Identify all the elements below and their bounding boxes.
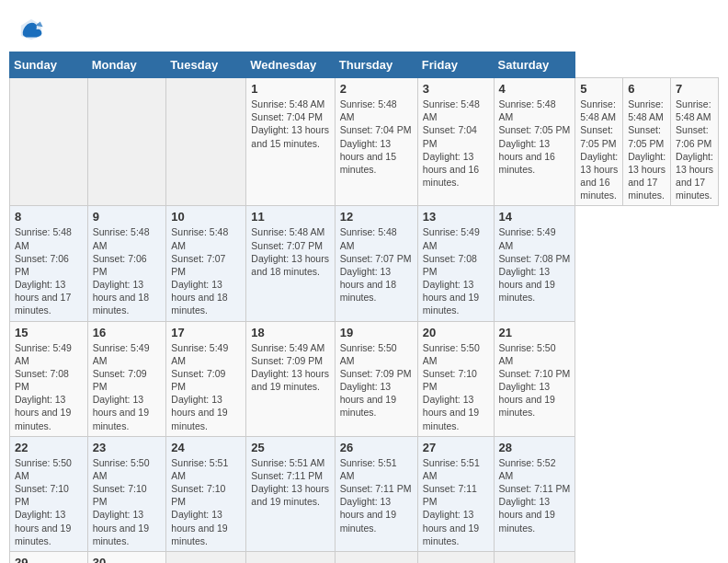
calendar-table: SundayMondayTuesdayWednesdayThursdayFrid…: [9, 52, 719, 563]
day-number: 24: [171, 441, 241, 454]
day-number: 25: [251, 441, 329, 454]
day-number: 29: [15, 556, 83, 563]
day-info: Sunrise: 5:49 AM Sunset: 7:08 PM Dayligh…: [423, 225, 489, 316]
logo-icon: [18, 17, 44, 42]
calendar-cell: 12 Sunrise: 5:48 AM Sunset: 7:07 PM Dayl…: [335, 206, 417, 321]
calendar-cell: 18 Sunrise: 5:49 AM Sunset: 7:09 PM Dayl…: [246, 321, 335, 436]
day-number: 3: [423, 82, 489, 96]
calendar-cell: 30 Sunrise: 5:52 AM Sunset: 7:11 PM Dayl…: [87, 551, 166, 563]
calendar-cell: 20 Sunrise: 5:50 AM Sunset: 7:10 PM Dayl…: [417, 321, 494, 436]
day-info: Sunrise: 5:48 AM Sunset: 7:06 PM Dayligh…: [93, 225, 162, 316]
calendar-cell: [87, 78, 166, 206]
day-info: Sunrise: 5:48 AM Sunset: 7:07 PM Dayligh…: [251, 225, 329, 278]
day-info: Sunrise: 5:50 AM Sunset: 7:10 PM Dayligh…: [499, 341, 571, 419]
day-number: 1: [251, 82, 329, 96]
calendar-cell: 11 Sunrise: 5:48 AM Sunset: 7:07 PM Dayl…: [246, 206, 335, 321]
day-info: Sunrise: 5:48 AM Sunset: 7:04 PM Dayligh…: [423, 98, 489, 189]
day-info: Sunrise: 5:48 AM Sunset: 7:04 PM Dayligh…: [251, 98, 329, 150]
calendar-cell: 6 Sunrise: 5:48 AM Sunset: 7:05 PM Dayli…: [623, 78, 671, 206]
day-info: Sunrise: 5:48 AM Sunset: 7:06 PM Dayligh…: [15, 225, 83, 316]
calendar-cell: 14 Sunrise: 5:49 AM Sunset: 7:08 PM Dayl…: [494, 206, 575, 321]
calendar-cell: [246, 551, 335, 563]
calendar-cell: [166, 551, 246, 563]
calendar-cell: 13 Sunrise: 5:49 AM Sunset: 7:08 PM Dayl…: [417, 206, 494, 321]
day-number: 10: [171, 210, 241, 224]
calendar-cell: 2 Sunrise: 5:48 AM Sunset: 7:04 PM Dayli…: [335, 78, 417, 206]
day-info: Sunrise: 5:48 AM Sunset: 7:06 PM Dayligh…: [676, 98, 713, 201]
day-info: Sunrise: 5:50 AM Sunset: 7:09 PM Dayligh…: [340, 341, 413, 419]
calendar-cell: 10 Sunrise: 5:48 AM Sunset: 7:07 PM Dayl…: [166, 206, 246, 321]
day-info: Sunrise: 5:48 AM Sunset: 7:05 PM Dayligh…: [580, 98, 618, 201]
day-number: 7: [676, 82, 713, 96]
calendar-cell: 22 Sunrise: 5:50 AM Sunset: 7:10 PM Dayl…: [10, 436, 88, 551]
calendar-cell: 1 Sunrise: 5:48 AM Sunset: 7:04 PM Dayli…: [246, 78, 335, 206]
day-info: Sunrise: 5:50 AM Sunset: 7:10 PM Dayligh…: [93, 456, 162, 547]
day-number: 2: [340, 82, 413, 96]
header: [9, 9, 719, 46]
day-info: Sunrise: 5:48 AM Sunset: 7:05 PM Dayligh…: [499, 98, 571, 176]
weekday-header-tuesday: Tuesday: [166, 52, 246, 78]
calendar-cell: 15 Sunrise: 5:49 AM Sunset: 7:08 PM Dayl…: [10, 321, 88, 436]
calendar-cell: 3 Sunrise: 5:48 AM Sunset: 7:04 PM Dayli…: [417, 78, 494, 206]
calendar-cell: 24 Sunrise: 5:51 AM Sunset: 7:10 PM Dayl…: [166, 436, 246, 551]
day-number: 23: [93, 441, 162, 454]
calendar-cell: 19 Sunrise: 5:50 AM Sunset: 7:09 PM Dayl…: [335, 321, 417, 436]
logo: [18, 17, 46, 42]
day-info: Sunrise: 5:51 AM Sunset: 7:11 PM Dayligh…: [251, 456, 329, 509]
day-info: Sunrise: 5:49 AM Sunset: 7:09 PM Dayligh…: [171, 341, 241, 432]
day-number: 17: [171, 326, 241, 339]
calendar-cell: 23 Sunrise: 5:50 AM Sunset: 7:10 PM Dayl…: [87, 436, 166, 551]
calendar-cell: 27 Sunrise: 5:51 AM Sunset: 7:11 PM Dayl…: [417, 436, 494, 551]
day-number: 11: [251, 210, 329, 224]
calendar-cell: 9 Sunrise: 5:48 AM Sunset: 7:06 PM Dayli…: [87, 206, 166, 321]
calendar-cell: [335, 551, 417, 563]
weekday-header-saturday: Saturday: [494, 52, 575, 78]
calendar-cell: 17 Sunrise: 5:49 AM Sunset: 7:09 PM Dayl…: [166, 321, 246, 436]
day-info: Sunrise: 5:49 AM Sunset: 7:08 PM Dayligh…: [499, 225, 571, 304]
calendar-cell: 7 Sunrise: 5:48 AM Sunset: 7:06 PM Dayli…: [671, 78, 719, 206]
day-number: 14: [499, 210, 571, 224]
calendar-cell: 21 Sunrise: 5:50 AM Sunset: 7:10 PM Dayl…: [494, 321, 575, 436]
calendar-cell: 5 Sunrise: 5:48 AM Sunset: 7:05 PM Dayli…: [575, 78, 623, 206]
day-info: Sunrise: 5:49 AM Sunset: 7:09 PM Dayligh…: [93, 341, 162, 432]
day-number: 30: [93, 556, 162, 563]
day-number: 18: [251, 326, 329, 339]
day-number: 5: [580, 82, 618, 96]
day-info: Sunrise: 5:51 AM Sunset: 7:10 PM Dayligh…: [171, 456, 241, 547]
calendar-cell: 16 Sunrise: 5:49 AM Sunset: 7:09 PM Dayl…: [87, 321, 166, 436]
day-info: Sunrise: 5:48 AM Sunset: 7:07 PM Dayligh…: [171, 225, 241, 316]
day-number: 26: [340, 441, 413, 454]
calendar-cell: [166, 78, 246, 206]
day-number: 8: [15, 210, 83, 224]
weekday-header-thursday: Thursday: [335, 52, 417, 78]
calendar-cell: 8 Sunrise: 5:48 AM Sunset: 7:06 PM Dayli…: [10, 206, 88, 321]
weekday-header-monday: Monday: [87, 52, 166, 78]
day-info: Sunrise: 5:49 AM Sunset: 7:09 PM Dayligh…: [251, 341, 329, 394]
day-info: Sunrise: 5:49 AM Sunset: 7:08 PM Dayligh…: [15, 341, 83, 432]
day-number: 27: [423, 441, 489, 454]
day-info: Sunrise: 5:48 AM Sunset: 7:05 PM Dayligh…: [628, 98, 665, 201]
weekday-header-wednesday: Wednesday: [246, 52, 335, 78]
day-number: 28: [499, 441, 571, 454]
day-number: 19: [340, 326, 413, 339]
day-number: 9: [93, 210, 162, 224]
calendar-cell: 29 Sunrise: 5:52 AM Sunset: 7:11 PM Dayl…: [10, 551, 88, 563]
day-info: Sunrise: 5:52 AM Sunset: 7:11 PM Dayligh…: [499, 456, 571, 534]
calendar-cell: 26 Sunrise: 5:51 AM Sunset: 7:11 PM Dayl…: [335, 436, 417, 551]
weekday-header-friday: Friday: [417, 52, 494, 78]
calendar-cell: [494, 551, 575, 563]
day-number: 12: [340, 210, 413, 224]
day-info: Sunrise: 5:50 AM Sunset: 7:10 PM Dayligh…: [15, 456, 83, 547]
day-number: 13: [423, 210, 489, 224]
day-number: 22: [15, 441, 83, 454]
calendar-cell: 4 Sunrise: 5:48 AM Sunset: 7:05 PM Dayli…: [494, 78, 575, 206]
day-info: Sunrise: 5:51 AM Sunset: 7:11 PM Dayligh…: [423, 456, 489, 547]
day-number: 16: [93, 326, 162, 339]
calendar-cell: 28 Sunrise: 5:52 AM Sunset: 7:11 PM Dayl…: [494, 436, 575, 551]
day-number: 15: [15, 326, 83, 339]
day-info: Sunrise: 5:51 AM Sunset: 7:11 PM Dayligh…: [340, 456, 413, 534]
day-number: 21: [499, 326, 571, 339]
day-info: Sunrise: 5:48 AM Sunset: 7:04 PM Dayligh…: [340, 98, 413, 176]
day-info: Sunrise: 5:50 AM Sunset: 7:10 PM Dayligh…: [423, 341, 489, 432]
day-number: 6: [628, 82, 665, 96]
